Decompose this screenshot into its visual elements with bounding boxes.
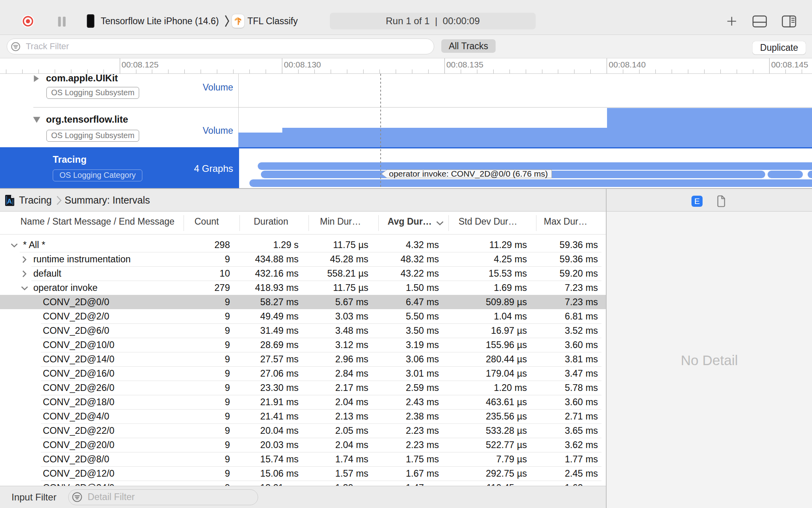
svg-text:A: A	[7, 198, 12, 205]
